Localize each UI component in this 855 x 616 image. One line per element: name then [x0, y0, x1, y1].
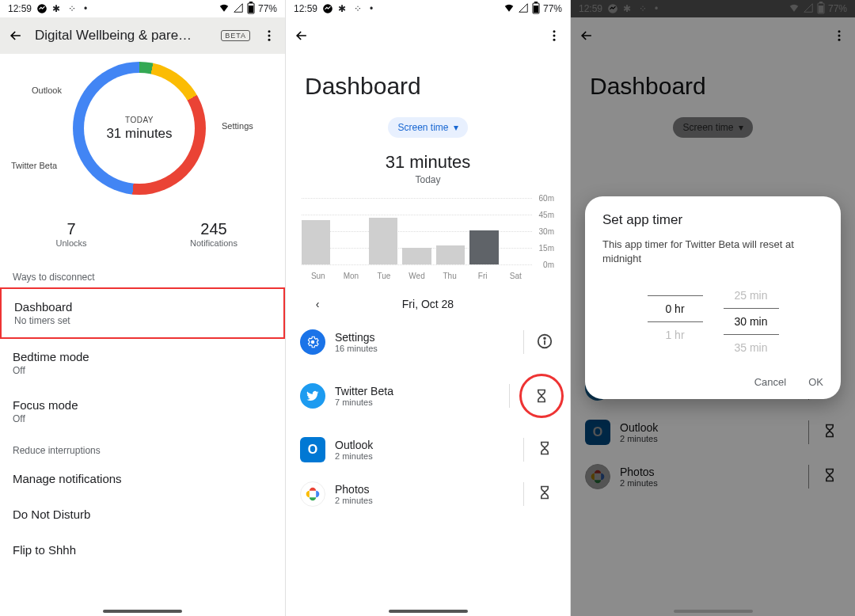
ytick: 15m	[539, 244, 554, 253]
svg-point-5	[268, 35, 271, 37]
hourglass-icon[interactable]	[534, 439, 556, 462]
outlook-icon: O	[300, 437, 325, 462]
dashboard-item[interactable]: Dashboard No timers set	[0, 287, 285, 339]
hour-picker[interactable]: 0 hr 1 hr	[648, 283, 703, 360]
bedtime-item[interactable]: Bedtime mode Off	[0, 339, 285, 387]
dot-icon: •	[370, 3, 373, 14]
bar-sun[interactable]	[302, 220, 330, 264]
date-prev-icon[interactable]: ‹	[310, 296, 325, 312]
bar-thu[interactable]	[436, 245, 465, 264]
donut-label-twitter: Twitter Beta	[11, 161, 57, 170]
screen-time-pill[interactable]: Screen time ▾	[388, 117, 467, 138]
cancel-button[interactable]: Cancel	[754, 376, 786, 388]
set-timer-dialog: Set app timer This app timer for Twitter…	[585, 196, 841, 399]
hourglass-icon[interactable]	[534, 483, 556, 506]
battery-icon	[247, 2, 255, 17]
bar-chart[interactable]: 0m15m30m45m60mSunMonTueWedThuFriSat	[302, 198, 554, 280]
caret-down-icon: ▾	[454, 122, 458, 133]
xlabel: Mon	[335, 272, 368, 280]
overflow-icon[interactable]	[546, 28, 562, 44]
usage-donut[interactable]: TODAY 31 minutes Outlook Twitter Beta Se…	[0, 54, 285, 212]
flip-item[interactable]: Flip to Shhh	[0, 532, 285, 568]
beta-badge: BETA	[221, 30, 250, 41]
app-row-settings[interactable]: Settings16 minutes	[286, 320, 570, 364]
svg-rect-9	[534, 2, 538, 3]
bar-tue[interactable]	[369, 218, 397, 264]
svg-point-6	[268, 39, 271, 41]
dialog-title: Set app timer	[602, 212, 823, 228]
dots-icon: ⁘	[68, 3, 79, 14]
app-name: Photos	[335, 483, 514, 496]
xlabel: Fri	[466, 272, 500, 280]
dots-icon: ⁘	[354, 3, 365, 14]
app-time: 2 minutes	[335, 496, 514, 505]
svg-point-4	[268, 30, 271, 32]
messenger-icon	[322, 3, 333, 14]
settings-icon	[300, 329, 325, 355]
twitter-beta-icon	[300, 383, 325, 409]
donut-label-settings: Settings	[222, 121, 253, 131]
status-time: 12:59	[294, 3, 317, 14]
chart-sub: Today	[286, 174, 570, 185]
app-row-twitter-beta[interactable]: Twitter Beta7 minutes	[286, 364, 570, 428]
manage-notifications-item[interactable]: Manage notifications	[0, 461, 285, 496]
date-label: Fri, Oct 28	[402, 298, 454, 310]
nav-handle[interactable]	[103, 610, 182, 613]
overflow-icon[interactable]	[261, 28, 277, 44]
svg-point-17	[544, 337, 545, 339]
info-icon[interactable]	[534, 333, 556, 352]
messenger-icon	[36, 3, 48, 14]
app-name: Outlook	[335, 439, 514, 451]
svg-rect-2	[249, 2, 253, 3]
dialog-body: This app timer for Twitter Beta will res…	[602, 238, 823, 265]
donut-today-value: 31 minutes	[106, 126, 172, 142]
status-time: 12:59	[8, 3, 32, 14]
svg-rect-3	[249, 6, 253, 13]
xlabel: Tue	[367, 272, 401, 280]
bar-wed[interactable]	[402, 248, 431, 264]
notifications-stat[interactable]: 245 Notifications	[142, 220, 285, 248]
dnd-item[interactable]: Do Not Disturb	[0, 496, 285, 532]
minute-picker[interactable]: 25 min 30 min 35 min	[724, 283, 779, 360]
ytick: 0m	[543, 260, 554, 269]
hourglass-icon[interactable]	[519, 374, 564, 418]
wifi-icon	[218, 2, 230, 16]
signal-icon	[518, 2, 529, 16]
xlabel: Sun	[302, 272, 335, 280]
svg-point-12	[553, 35, 556, 37]
page-title: Dashboard	[286, 54, 570, 112]
section-reduce: Reduce interruptions	[0, 435, 285, 461]
battery-text: 77%	[258, 3, 277, 14]
status-bar: 12:59 ✱ ⁘ • 77%	[0, 0, 285, 17]
wifi-icon	[504, 2, 515, 16]
xlabel: Thu	[433, 272, 466, 280]
unlocks-stat[interactable]: 7 Unlocks	[0, 220, 142, 248]
ok-button[interactable]: OK	[808, 376, 823, 388]
signal-icon	[233, 2, 244, 16]
app-time: 16 minutes	[335, 344, 514, 353]
donut-label-outlook: Outlook	[32, 86, 62, 95]
app-name: Twitter Beta	[335, 385, 500, 397]
app-bar: Digital Wellbeing & pare… BETA	[0, 17, 285, 54]
svg-point-14	[311, 340, 315, 344]
app-time: 7 minutes	[335, 397, 500, 407]
focus-item[interactable]: Focus mode Off	[0, 387, 285, 435]
svg-rect-10	[534, 6, 538, 13]
page-title: Digital Wellbeing & pare…	[35, 28, 210, 44]
slack-icon: ✱	[52, 3, 63, 14]
ytick: 60m	[539, 194, 554, 203]
back-icon[interactable]	[8, 28, 24, 44]
app-row-photos[interactable]: Photos2 minutes	[286, 472, 570, 516]
app-bar	[286, 17, 570, 54]
status-bar: 12:59 ✱ ⁘ • 77%	[286, 0, 570, 17]
back-icon[interactable]	[294, 28, 310, 44]
svg-point-11	[553, 30, 556, 32]
ytick: 45m	[539, 211, 554, 219]
svg-point-13	[553, 39, 556, 41]
xlabel: Sat	[499, 272, 532, 280]
battery-text: 77%	[543, 3, 562, 14]
nav-handle[interactable]	[389, 610, 468, 613]
slack-icon: ✱	[338, 3, 349, 14]
app-row-outlook[interactable]: OOutlook2 minutes	[286, 428, 570, 472]
bar-fri[interactable]	[469, 230, 498, 264]
